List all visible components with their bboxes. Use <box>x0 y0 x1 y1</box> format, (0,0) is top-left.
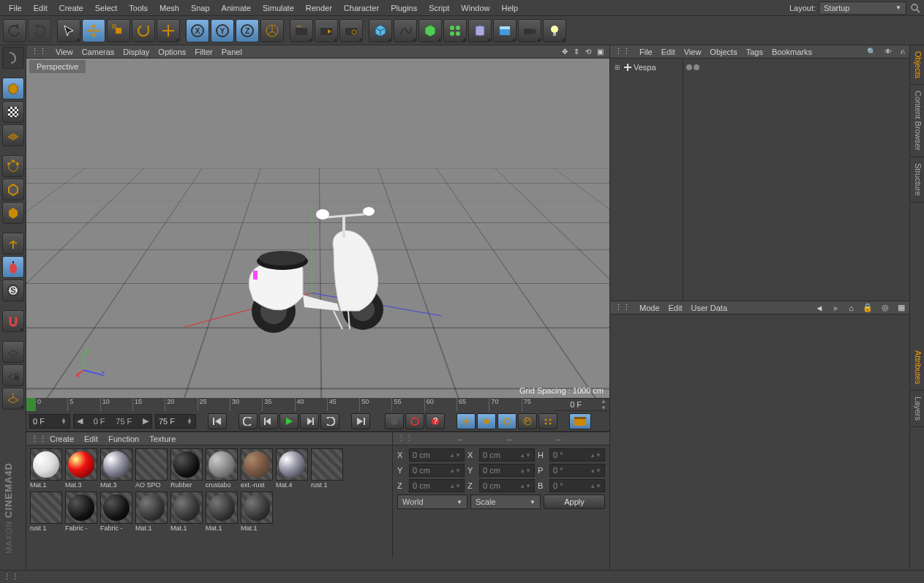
om-path-icon[interactable]: ⎌ <box>901 48 905 56</box>
end-frame-field[interactable]: 75 F▲▼ <box>155 414 196 429</box>
vp-menu-display[interactable]: Display <box>123 48 149 56</box>
mat-menu-texture[interactable]: Texture <box>149 435 176 443</box>
mat-menu-function[interactable]: Function <box>108 435 139 443</box>
coord-field[interactable]: 0 cm▲▼ <box>479 464 535 477</box>
goto-start-button[interactable] <box>208 413 227 429</box>
workplane-button[interactable] <box>2 341 24 363</box>
goto-end-button[interactable] <box>351 413 370 429</box>
viewport-solo-button[interactable]: S <box>2 279 24 301</box>
key-pla-button[interactable] <box>538 413 557 429</box>
material-item[interactable]: rust 1 <box>29 492 63 532</box>
add-deformer-button[interactable] <box>468 19 492 42</box>
panel-grip-icon[interactable]: ⋮⋮ <box>615 47 631 56</box>
coord-field[interactable]: 0 cm▲▼ <box>409 479 465 492</box>
menu-plugins[interactable]: Plugins <box>385 1 423 15</box>
object-tree[interactable]: ⊞ Vespa <box>610 59 683 301</box>
expand-icon[interactable]: ⊞ <box>615 64 622 71</box>
viewport-tab-label[interactable]: Perspective <box>29 60 86 73</box>
add-cube-button[interactable] <box>369 19 392 42</box>
tweak-mode[interactable] <box>2 256 24 278</box>
coord-field[interactable]: 0 °▲▼ <box>549 479 605 492</box>
panel-grip-icon[interactable]: ⋮⋮ <box>31 435 40 443</box>
next-key-button[interactable] <box>320 413 339 429</box>
axis-mode[interactable] <box>2 233 24 255</box>
menu-snap[interactable]: Snap <box>185 1 216 15</box>
vp-menu-filter[interactable]: Filter <box>195 48 212 56</box>
material-item[interactable]: Mat.4 <box>275 448 309 489</box>
menu-simulate[interactable]: Simulate <box>257 1 300 15</box>
mat-menu-create[interactable]: Create <box>50 435 74 443</box>
search-icon[interactable] <box>909 2 921 14</box>
vp-nav-move-icon[interactable]: ✥ <box>560 47 570 57</box>
timeline[interactable]: 051015202530354045505560657075 0 F ▲▼ <box>26 398 609 411</box>
render-view-button[interactable] <box>290 19 313 42</box>
object-tags-area[interactable] <box>683 59 909 301</box>
workplane-mode[interactable] <box>2 124 24 146</box>
last-tool[interactable] <box>157 19 180 42</box>
redo-button[interactable] <box>28 19 51 42</box>
attr-new-icon[interactable]: ◎ <box>882 303 889 312</box>
polygon-mode[interactable] <box>2 202 24 224</box>
coord-field[interactable]: 0 °▲▼ <box>549 448 605 462</box>
panel-grip-icon[interactable]: ⋮⋮ <box>31 47 47 56</box>
menu-render[interactable]: Render <box>300 1 338 15</box>
visibility-dot[interactable] <box>686 64 692 70</box>
menu-help[interactable]: Help <box>495 1 524 15</box>
material-item[interactable]: Mat.1 <box>205 492 238 532</box>
key-param-button[interactable]: P <box>518 413 537 429</box>
snap-toggle[interactable] <box>2 310 24 332</box>
y-axis-lock[interactable]: Y <box>211 19 234 42</box>
menu-mesh[interactable]: Mesh <box>154 1 185 15</box>
scale-tool[interactable] <box>107 19 130 42</box>
menu-file[interactable]: File <box>3 1 28 15</box>
coord-field[interactable]: 0 cm▲▼ <box>479 479 535 492</box>
move-tool[interactable] <box>82 19 105 42</box>
record-button[interactable] <box>385 413 404 429</box>
keyframe-sel-button[interactable]: ? <box>426 413 445 429</box>
prev-key-button[interactable] <box>238 413 258 429</box>
attr-filter-icon[interactable]: ▦ <box>898 303 905 312</box>
material-item[interactable]: Fabric - <box>99 492 133 532</box>
add-camera-button[interactable] <box>518 19 541 42</box>
side-tab-structure[interactable]: Structure <box>910 157 924 203</box>
rotate-tool[interactable] <box>132 19 155 42</box>
vp-menu-cameras[interactable]: Cameras <box>82 48 115 56</box>
add-environment-button[interactable] <box>493 19 517 42</box>
add-light-button[interactable] <box>543 19 566 42</box>
attr-lock-icon[interactable]: 🔒 <box>863 303 873 312</box>
coord-field[interactable]: 0 cm▲▼ <box>479 448 535 462</box>
menu-create[interactable]: Create <box>53 1 89 15</box>
range-slider[interactable]: ◀0 F75 F▶ <box>73 414 152 429</box>
make-editable-button[interactable] <box>2 47 24 69</box>
menu-select[interactable]: Select <box>89 1 124 15</box>
edge-mode[interactable] <box>2 178 24 200</box>
material-item[interactable]: Mat.1 <box>170 492 203 532</box>
texture-mode[interactable] <box>2 101 24 123</box>
apply-button[interactable]: Apply <box>544 494 605 509</box>
current-frame-field[interactable]: 0 F▲▼ <box>29 414 70 429</box>
menu-window[interactable]: Window <box>455 1 495 15</box>
attr-nav-fwd-icon[interactable]: ► <box>832 304 840 312</box>
add-array-button[interactable] <box>443 19 467 42</box>
material-item[interactable]: Fabric - <box>64 492 98 532</box>
vp-menu-options[interactable]: Options <box>158 48 186 56</box>
menu-edit[interactable]: Edit <box>28 1 53 15</box>
render-settings-button[interactable] <box>339 19 363 42</box>
materials-grid[interactable]: Mat.1Mat.3Mat.3AO SPORubbercrustaboext.-… <box>26 445 392 535</box>
om-menu-tags[interactable]: Tags <box>746 48 763 56</box>
side-tab-objects[interactable]: Objects <box>910 45 924 85</box>
om-menu-view[interactable]: View <box>684 48 702 56</box>
menu-character[interactable]: Character <box>338 1 385 15</box>
material-item[interactable]: Mat.3 <box>99 448 133 489</box>
menu-script[interactable]: Script <box>423 1 455 15</box>
planar-workplane-button[interactable] <box>2 388 24 410</box>
om-menu-file[interactable]: File <box>639 48 653 56</box>
point-mode[interactable] <box>2 155 24 177</box>
material-item[interactable]: ext.-rust <box>240 448 274 489</box>
viewport[interactable]: Perspective y z x Grid Spacing : 1000 cm <box>26 59 609 398</box>
coord-field[interactable]: 0 °▲▼ <box>549 464 605 477</box>
animation-layout-button[interactable] <box>569 413 591 429</box>
locked-workplane-button[interactable] <box>2 364 24 386</box>
coord-field[interactable]: 0 cm▲▼ <box>409 464 465 477</box>
key-scale-button[interactable] <box>477 413 496 429</box>
